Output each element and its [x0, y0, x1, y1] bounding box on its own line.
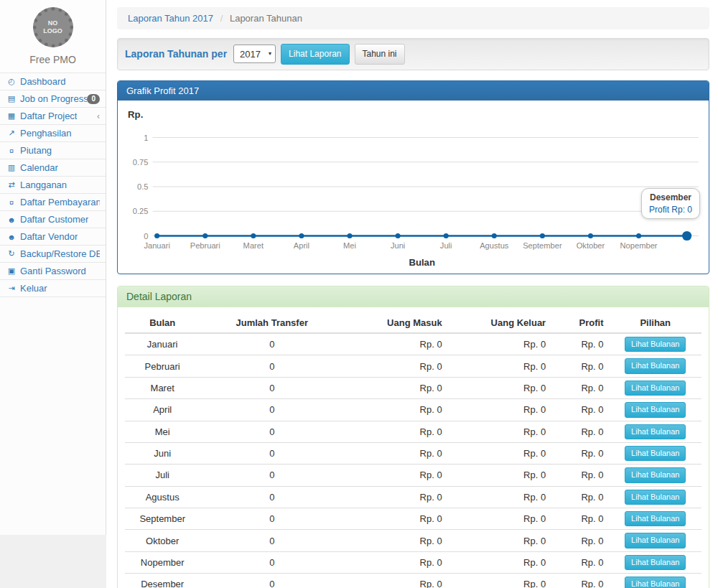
cell-jumlah_transfer: 0	[200, 399, 344, 421]
breadcrumb-link-laporan-tahun[interactable]: Laporan Tahun 2017	[128, 13, 213, 24]
cell-bulan: Januari	[125, 333, 200, 355]
cell-uang_keluar: Rp. 0	[448, 377, 552, 398]
view-monthly-button[interactable]: Lihat Bulanan	[625, 555, 686, 570]
sidebar-item-calendar[interactable]: ▥Calendar	[0, 159, 106, 177]
svg-text:Agustus: Agustus	[480, 241, 509, 250]
cell-profit: Rp. 0	[551, 333, 609, 355]
sidebar-item-label: Piutang	[20, 145, 52, 156]
cell-uang_keluar: Rp. 0	[448, 574, 552, 588]
profit-chart: Rp.10.750.50.250JanuariPebruariMaretApri…	[118, 101, 709, 274]
sidebar-item-label: Daftar Project	[20, 111, 77, 121]
no-logo-badge: NO LOGO	[33, 7, 73, 47]
sidebar-item-label: Penghasilan	[20, 128, 72, 139]
svg-text:0.25: 0.25	[133, 207, 149, 215]
chevron-left-icon: ‹	[97, 111, 100, 121]
sidebar-item-label: Keluar	[20, 283, 47, 294]
cell-uang_keluar: Rp. 0	[448, 486, 552, 508]
cell-pilihan: Lihat Bulanan	[609, 399, 701, 421]
logo-text: NO LOGO	[42, 19, 65, 35]
view-monthly-button[interactable]: Lihat Bulanan	[625, 446, 686, 461]
sidebar-item-daftar-customer[interactable]: ☻Daftar Customer	[0, 211, 106, 228]
cell-profit: Rp. 0	[551, 486, 609, 508]
main-content: Laporan Tahun 2017 / Laporan Tahunan Lap…	[106, 0, 718, 588]
sidebar-item-piutang[interactable]: ¤Piutang	[0, 142, 106, 159]
cell-pilihan: Lihat Bulanan	[609, 442, 701, 464]
cell-pilihan: Lihat Bulanan	[609, 551, 701, 573]
svg-text:Pebruari: Pebruari	[190, 241, 220, 250]
cell-profit: Rp. 0	[551, 399, 609, 421]
cell-uang_masuk: Rp. 0	[344, 442, 448, 464]
sidebar-item-daftar-vendor[interactable]: ☻Daftar Vendor	[0, 228, 106, 246]
sidebar-item-daftar-pembayaran[interactable]: ¤Daftar Pembayaran	[0, 194, 106, 211]
cell-pilihan: Lihat Bulanan	[609, 333, 701, 355]
view-monthly-button[interactable]: Lihat Bulanan	[625, 467, 686, 482]
svg-text:Oktober: Oktober	[577, 241, 605, 250]
cell-profit: Rp. 0	[551, 442, 609, 464]
sidebar-item-label: Daftar Pembayaran	[20, 197, 100, 207]
cell-uang_keluar: Rp. 0	[448, 465, 552, 486]
sidebar-item-job-on-progress[interactable]: ▤Job on Progress0	[0, 90, 106, 108]
users-icon: ☻	[6, 233, 17, 241]
column-header: Pilihan	[609, 313, 701, 333]
svg-text:Bulan: Bulan	[409, 257, 435, 268]
table-icon: ▦	[6, 111, 17, 121]
sidebar-item-ganti-password[interactable]: ▣Ganti Password	[0, 263, 106, 280]
cell-uang_masuk: Rp. 0	[344, 530, 448, 551]
current-year-button[interactable]: Tahun ini	[355, 44, 405, 65]
detail-panel-title: Detail Laporan	[118, 286, 709, 307]
tooltip-month: Desember	[649, 192, 692, 202]
view-monthly-button[interactable]: Lihat Bulanan	[625, 533, 686, 548]
view-monthly-button[interactable]: Lihat Bulanan	[625, 381, 686, 396]
svg-text:April: April	[294, 241, 309, 250]
sidebar-item-dashboard[interactable]: ◴Dashboard	[0, 73, 106, 90]
sign-out-icon: ⇥	[6, 284, 17, 293]
sidebar-item-label: Ganti Password	[20, 266, 86, 276]
table-row: Desember0Rp. 0Rp. 0Rp. 0Lihat Bulanan	[125, 574, 701, 588]
view-monthly-button[interactable]: Lihat Bulanan	[625, 577, 686, 588]
cell-pilihan: Lihat Bulanan	[609, 355, 701, 377]
cell-uang_masuk: Rp. 0	[344, 508, 448, 530]
sidebar-item-label: Daftar Vendor	[20, 231, 78, 242]
view-monthly-button[interactable]: Lihat Bulanan	[625, 424, 686, 439]
cell-profit: Rp. 0	[551, 421, 609, 442]
sidebar-item-keluar[interactable]: ⇥Keluar	[0, 280, 106, 297]
cell-jumlah_transfer: 0	[200, 377, 344, 398]
cell-uang_keluar: Rp. 0	[448, 442, 552, 464]
view-monthly-button[interactable]: Lihat Bulanan	[625, 511, 686, 526]
svg-text:Maret: Maret	[243, 241, 264, 250]
svg-text:1: 1	[144, 133, 148, 141]
sidebar-item-label: Langganan	[20, 179, 67, 190]
cell-uang_masuk: Rp. 0	[344, 551, 448, 573]
view-report-button[interactable]: Lihat Laporan	[281, 44, 349, 65]
cell-profit: Rp. 0	[551, 551, 609, 573]
svg-text:September: September	[523, 241, 562, 250]
sidebar-item-penghasilan[interactable]: ↗Penghasilan	[0, 125, 106, 142]
cell-bulan: Juli	[125, 465, 200, 486]
view-monthly-button[interactable]: Lihat Bulanan	[625, 358, 686, 373]
cell-pilihan: Lihat Bulanan	[609, 530, 701, 551]
year-select[interactable]: 2017	[233, 45, 276, 63]
table-row: Mei0Rp. 0Rp. 0Rp. 0Lihat Bulanan	[125, 421, 701, 442]
sidebar-item-daftar-project[interactable]: ▦Daftar Project‹	[0, 108, 106, 125]
cell-pilihan: Lihat Bulanan	[609, 486, 701, 508]
money-icon: ¤	[6, 146, 17, 155]
svg-text:0: 0	[144, 231, 148, 240]
svg-text:Nopember: Nopember	[620, 241, 658, 250]
profit-line-chart[interactable]: Rp.10.750.50.250JanuariPebruariMaretApri…	[122, 105, 704, 272]
view-monthly-button[interactable]: Lihat Bulanan	[625, 337, 686, 352]
cell-bulan: Desember	[125, 574, 200, 588]
detail-panel-body: BulanJumlah TransferUang MasukUang Kelua…	[118, 307, 709, 588]
count-badge: 0	[87, 94, 100, 104]
svg-text:Juli: Juli	[440, 241, 452, 250]
cell-profit: Rp. 0	[551, 508, 609, 530]
sidebar-item-label: Backup/Restore DB	[20, 248, 100, 259]
view-monthly-button[interactable]: Lihat Bulanan	[625, 490, 686, 505]
sidebar-menu: ◴Dashboard▤Job on Progress0▦Daftar Proje…	[0, 73, 106, 297]
cell-pilihan: Lihat Bulanan	[609, 421, 701, 442]
sidebar-item-langganan[interactable]: ⇄Langganan	[0, 177, 106, 194]
breadcrumb: Laporan Tahun 2017 / Laporan Tahunan	[117, 7, 709, 29]
column-header: Uang Keluar	[448, 313, 552, 333]
view-monthly-button[interactable]: Lihat Bulanan	[625, 402, 686, 417]
sidebar-item-backup-restore-db[interactable]: ↻Backup/Restore DB	[0, 246, 106, 263]
money-icon: ¤	[6, 198, 17, 207]
